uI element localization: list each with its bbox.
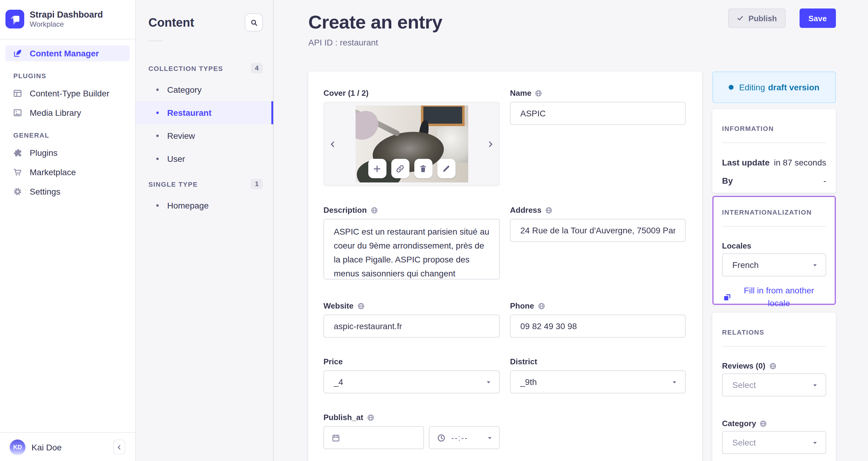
address-label-text: Address <box>510 205 541 214</box>
collapse-sidebar-button[interactable] <box>113 439 125 455</box>
content-subnav: Content COLLECTION TYPES 4 Category Rest… <box>136 0 274 461</box>
sidebar-item-settings[interactable]: Settings <box>5 184 130 199</box>
sidebar-item-content-type-builder[interactable]: Content-Type Builder <box>5 85 130 101</box>
information-card: INFORMATION Last update in 87 seconds By… <box>712 109 836 193</box>
single-type-list: Homepage <box>136 194 273 217</box>
link-icon <box>396 164 405 173</box>
collection-types-label: COLLECTION TYPES <box>148 64 223 72</box>
locale-value: French <box>732 260 759 270</box>
sidebar-item-label: Settings <box>30 187 60 196</box>
layout-icon <box>13 88 23 98</box>
bullet-icon <box>156 157 159 160</box>
globe-icon <box>760 420 767 427</box>
sidebar-footer: KD Kai Doe <box>0 432 135 461</box>
sidebar-item-plugins[interactable]: Plugins <box>5 145 130 161</box>
cover-carousel <box>323 102 500 186</box>
fill-from-locale-link[interactable]: Fill in from another locale <box>722 284 826 310</box>
add-media-button[interactable] <box>368 159 386 178</box>
publish-time-picker[interactable]: --:-- <box>429 426 500 449</box>
phone-input[interactable] <box>510 315 686 338</box>
sidebar-nav: Content Manager PLUGINS Content-Type Bui… <box>0 39 135 199</box>
locale-select[interactable]: French <box>722 253 826 277</box>
caret-down-icon <box>812 262 818 268</box>
main-content: Create an entry API ID : restaurant Publ… <box>274 0 868 461</box>
single-type-homepage[interactable]: Homepage <box>136 194 273 217</box>
website-input[interactable] <box>323 315 500 338</box>
name-label-text: Name <box>510 88 531 97</box>
publish-label: Publish <box>748 13 777 23</box>
category-select[interactable]: Select <box>722 431 826 454</box>
collection-types-count-badge: 4 <box>251 63 263 73</box>
address-input[interactable] <box>510 219 686 242</box>
price-label-text: Price <box>323 357 343 366</box>
name-input[interactable] <box>510 102 686 125</box>
sidebar-item-marketplace[interactable]: Marketplace <box>5 164 130 180</box>
single-type-label: SINGLE TYPE <box>148 180 198 188</box>
divider <box>148 40 163 41</box>
list-item-label: User <box>167 154 185 164</box>
collection-type-user[interactable]: User <box>136 147 273 170</box>
sidebar-item-label: Media Library <box>30 108 81 118</box>
district-label-text: District <box>510 357 537 366</box>
globe-icon <box>370 206 378 214</box>
carousel-next-button[interactable] <box>486 140 494 148</box>
last-update-value: in 87 seconds <box>774 157 826 167</box>
strapi-logo-icon <box>5 10 24 28</box>
cart-icon <box>13 167 23 177</box>
pencil-icon <box>441 164 451 173</box>
avatar[interactable]: KD <box>10 439 26 455</box>
district-select[interactable]: _9th <box>510 370 686 394</box>
page-title: Create an entry <box>308 10 442 34</box>
globe-icon <box>367 414 374 421</box>
last-update-label: Last update <box>722 157 770 167</box>
caret-down-icon <box>671 379 678 385</box>
price-select[interactable]: _4 <box>323 370 500 394</box>
delete-media-button[interactable] <box>414 159 432 178</box>
globe-icon <box>545 206 552 214</box>
publish-date-picker[interactable] <box>323 426 424 449</box>
reviews-placeholder: Select <box>732 380 756 390</box>
collection-type-restaurant[interactable]: Restaurant <box>136 101 273 124</box>
puzzle-icon <box>13 148 23 157</box>
phone-label-text: Phone <box>510 301 534 310</box>
district-value: _9th <box>520 377 537 387</box>
caret-down-icon <box>812 382 818 388</box>
globe-icon <box>535 89 542 97</box>
collection-type-category[interactable]: Category <box>136 78 273 101</box>
publish-button[interactable]: Publish <box>728 8 785 28</box>
draft-status-bold: draft version <box>768 82 819 92</box>
divider <box>722 142 826 143</box>
sidebar-item-label: Marketplace <box>30 167 76 177</box>
subnav-title: Content <box>148 16 194 29</box>
field-price: Price _4 <box>323 357 500 394</box>
price-label: Price <box>323 357 500 366</box>
single-type-header: SINGLE TYPE 1 <box>148 179 263 189</box>
list-item-label: Restaurant <box>167 108 211 118</box>
caret-down-icon <box>485 379 492 385</box>
category-label-text: Category <box>722 419 756 428</box>
sidebar-item-label: Content-Type Builder <box>30 88 109 98</box>
strapi-app: Strapi Dashboard Workplace Content Manag… <box>0 0 868 461</box>
cover-label-text: Cover (1 / 2) <box>323 88 369 97</box>
reviews-select[interactable]: Select <box>722 373 826 397</box>
single-type-count-badge: 1 <box>251 179 263 189</box>
trash-icon <box>418 164 428 173</box>
collection-type-review[interactable]: Review <box>136 124 273 147</box>
chevron-left-icon <box>116 444 122 450</box>
sidebar-item-media-library[interactable]: Media Library <box>5 105 130 121</box>
cover-toolbar <box>368 159 455 178</box>
search-button[interactable] <box>245 13 263 31</box>
carousel-prev-button[interactable] <box>329 140 337 148</box>
save-button[interactable]: Save <box>799 8 836 28</box>
phone-label: Phone <box>510 301 686 310</box>
sidebar-item-content-manager[interactable]: Content Manager <box>5 46 130 61</box>
check-icon <box>736 15 744 22</box>
description-textarea[interactable] <box>323 219 500 280</box>
right-panel: Editing draft version INFORMATION Last u… <box>712 71 836 461</box>
workspace-brand[interactable]: Strapi Dashboard Workplace <box>0 0 135 39</box>
edit-media-button[interactable] <box>437 159 455 178</box>
copy-link-button[interactable] <box>391 159 409 178</box>
by-value: - <box>824 176 826 185</box>
publish-at-label: Publish_at <box>323 413 500 422</box>
bullet-icon <box>156 112 159 114</box>
